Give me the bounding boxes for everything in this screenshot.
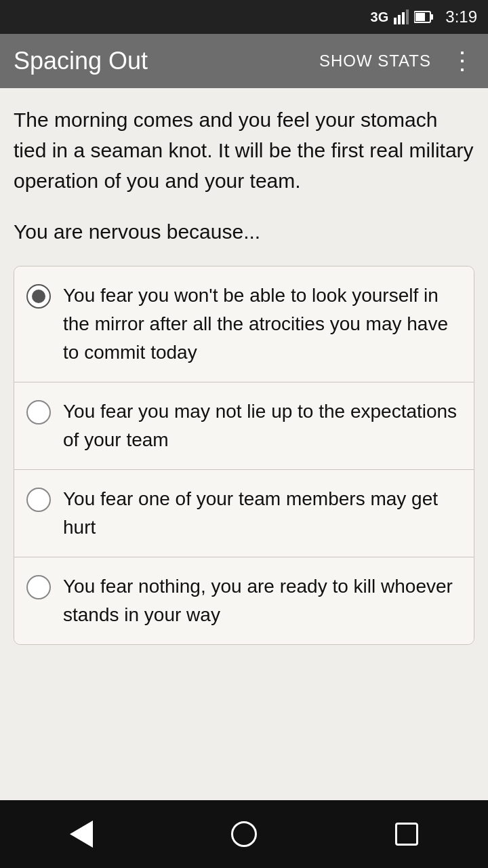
radio-option-1[interactable]: [26, 284, 51, 309]
option-1[interactable]: You fear you won't be able to look yours…: [14, 267, 474, 382]
status-icons: 3G 3:19: [371, 7, 477, 26]
option-4[interactable]: You fear nothing, you are ready to kill …: [14, 557, 474, 644]
radio-option-3[interactable]: [26, 488, 51, 512]
svg-rect-3: [406, 9, 409, 24]
option-2[interactable]: You fear you may not lie up to the expec…: [14, 382, 474, 470]
svg-rect-1: [398, 15, 401, 24]
back-button[interactable]: [61, 814, 102, 854]
radio-option-4[interactable]: [26, 575, 51, 599]
status-bar: 3G 3:19: [0, 0, 488, 34]
main-content: The morning comes and you feel your stom…: [0, 88, 488, 800]
svg-rect-6: [415, 13, 425, 21]
top-bar: Spacing Out SHOW STATS ⋮: [0, 34, 488, 88]
options-container: You fear you won't be able to look yours…: [14, 266, 474, 645]
svg-rect-5: [430, 14, 433, 20]
option-4-text: You fear nothing, you are ready to kill …: [63, 572, 462, 629]
signal-icon: [394, 9, 409, 24]
back-triangle-icon: [70, 821, 93, 848]
home-circle-icon: [231, 821, 257, 847]
option-3-text: You fear one of your team members may ge…: [63, 485, 462, 542]
clock: 3:19: [445, 7, 477, 26]
more-options-icon[interactable]: ⋮: [450, 49, 474, 73]
show-stats-button[interactable]: SHOW STATS: [319, 52, 431, 71]
battery-icon: [414, 9, 433, 24]
question-text: You are nervous because...: [14, 216, 474, 247]
option-2-text: You fear you may not lie up to the expec…: [63, 397, 462, 454]
recent-square-icon: [395, 823, 418, 846]
network-indicator: 3G: [371, 9, 389, 25]
app-title: Spacing Out: [14, 47, 319, 75]
radio-option-2[interactable]: [26, 400, 51, 425]
option-1-text: You fear you won't be able to look yours…: [63, 281, 462, 367]
story-text: The morning comes and you feel your stom…: [14, 104, 474, 196]
recent-button[interactable]: [386, 814, 427, 854]
home-button[interactable]: [224, 814, 264, 854]
option-3[interactable]: You fear one of your team members may ge…: [14, 470, 474, 557]
svg-rect-2: [402, 12, 405, 24]
svg-rect-0: [394, 18, 396, 24]
nav-bar: [0, 800, 488, 868]
